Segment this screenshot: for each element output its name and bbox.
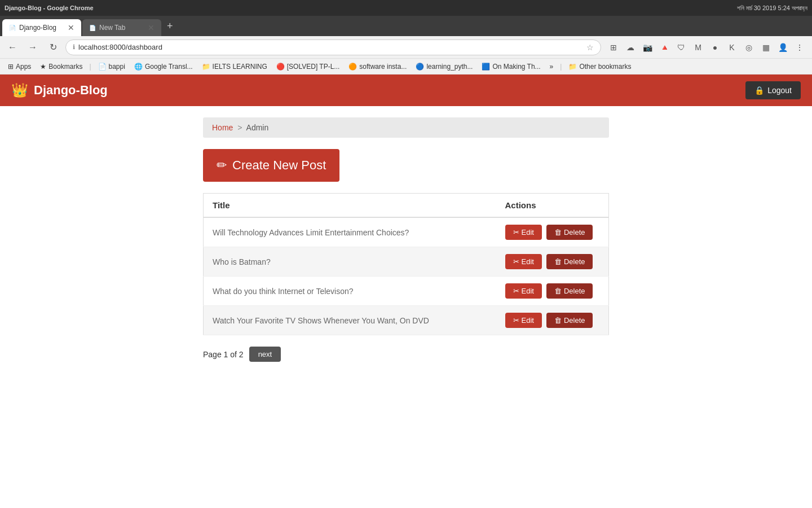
- extension-2[interactable]: ☁: [623, 40, 638, 55]
- edit-button-4[interactable]: ✂ Edit: [505, 313, 542, 328]
- edit-button-2[interactable]: ✂ Edit: [505, 254, 542, 269]
- bookmark-software[interactable]: 🟠 software insta...: [345, 62, 410, 72]
- table-row: Watch Your Favorite TV Shows Whenever Yo…: [204, 306, 609, 335]
- bookmark-making-label: On Making Th...: [492, 63, 540, 71]
- url-input-bar[interactable]: ℹ localhost:8000/dashboard ☆: [65, 40, 601, 55]
- bookmark-solved-label: [SOLVED] TP-L...: [287, 63, 340, 71]
- extension-5[interactable]: 🛡: [673, 40, 689, 55]
- scissors-icon-2: ✂: [513, 257, 519, 266]
- edit-label: Edit: [522, 228, 534, 237]
- bookmark-apps[interactable]: ⊞ Apps: [5, 62, 34, 72]
- bookmark-other[interactable]: 📁 Other bookmarks: [565, 62, 634, 72]
- extension-6[interactable]: ●: [707, 40, 723, 55]
- pencil-icon: ✏: [217, 158, 227, 173]
- trash-icon-4: 🗑: [554, 316, 562, 325]
- tab-new-close-button[interactable]: ✕: [148, 23, 155, 32]
- edit-button-1[interactable]: ✂ Edit: [505, 225, 542, 240]
- tab-new-icon: 📄: [89, 25, 96, 31]
- edit-button-3[interactable]: ✂ Edit: [505, 283, 542, 299]
- extension-9[interactable]: ▦: [758, 40, 774, 55]
- extension-1[interactable]: ⊞: [606, 40, 621, 55]
- more-bookmarks[interactable]: »: [546, 62, 557, 72]
- next-page-button[interactable]: next: [249, 347, 281, 362]
- action-buttons-1: ✂ Edit 🗑 Delete: [505, 225, 600, 240]
- app-navbar: 👑 Django-Blog 🔒 Logout: [0, 75, 812, 106]
- translate-icon: 🌐: [134, 63, 143, 71]
- action-buttons-4: ✂ Edit 🗑 Delete: [505, 313, 600, 328]
- scissors-icon-3: ✂: [513, 287, 519, 295]
- bookmark-star-icon[interactable]: ☆: [586, 43, 594, 52]
- bookmark-bookmarks[interactable]: ★ Bookmarks: [37, 62, 86, 72]
- delete-button-1[interactable]: 🗑 Delete: [546, 225, 593, 240]
- star-icon: ★: [40, 63, 46, 71]
- new-tab-button[interactable]: +: [162, 20, 178, 32]
- delete-button-2[interactable]: 🗑 Delete: [546, 254, 593, 269]
- action-buttons-3: ✂ Edit 🗑 Delete: [505, 283, 600, 299]
- trash-icon: 🗑: [554, 228, 562, 237]
- tab-label: Django-Blog: [19, 24, 56, 32]
- table-row: Who is Batman? ✂ Edit 🗑 Delete: [204, 247, 609, 277]
- logout-label: Logout: [767, 86, 792, 95]
- delete-button-4[interactable]: 🗑 Delete: [546, 313, 593, 328]
- bookmarks-bar: ⊞ Apps ★ Bookmarks | 📄 bappi 🌐 Google Tr…: [0, 59, 812, 75]
- delete-label-2: Delete: [564, 257, 585, 266]
- making-icon: 🟦: [482, 63, 490, 71]
- bookmark-on-making[interactable]: 🟦 On Making Th...: [478, 62, 544, 72]
- separator-2: |: [560, 63, 562, 71]
- bookmark-ielts-label: IELTS LEARNING: [213, 63, 267, 71]
- forward-button[interactable]: →: [25, 40, 41, 55]
- delete-button-3[interactable]: 🗑 Delete: [546, 283, 593, 299]
- bookmark-bookmarks-label: Bookmarks: [48, 63, 82, 71]
- bookmark-learning-label: learning_pyth...: [426, 63, 473, 71]
- extension-4[interactable]: 🔺: [656, 40, 672, 55]
- address-bar: ← → ↻ ℹ localhost:8000/dashboard ☆ ⊞ ☁ 📷…: [0, 36, 812, 59]
- doc-icon: 📄: [98, 63, 107, 71]
- col-title: Title: [204, 194, 496, 218]
- col-actions: Actions: [496, 194, 609, 218]
- logout-button[interactable]: 🔒 Logout: [745, 81, 801, 99]
- software-icon: 🟠: [348, 63, 357, 71]
- table-row: Will Technology Advances Limit Entertain…: [204, 217, 609, 247]
- post-title-1: Will Technology Advances Limit Entertain…: [204, 217, 496, 247]
- create-new-post-button[interactable]: ✏ Create New Post: [203, 149, 339, 182]
- extension-8[interactable]: ◎: [741, 40, 757, 55]
- edit-label-2: Edit: [522, 257, 534, 266]
- post-actions-4: ✂ Edit 🗑 Delete: [496, 306, 609, 335]
- post-title-3: What do you think Internet or Televison?: [204, 277, 496, 306]
- post-title-2: Who is Batman?: [204, 247, 496, 277]
- chrome-menu[interactable]: ⋮: [792, 40, 807, 55]
- bookmark-apps-label: Apps: [16, 63, 31, 71]
- extension-3[interactable]: 📷: [639, 40, 655, 55]
- user-avatar[interactable]: 👤: [775, 40, 791, 55]
- breadcrumb-home-link[interactable]: Home: [212, 123, 233, 132]
- scissors-icon-4: ✂: [513, 316, 519, 325]
- bookmark-learning-python[interactable]: 🔵 learning_pyth...: [412, 62, 476, 72]
- posts-table: Title Actions Will Technology Advances L…: [203, 193, 609, 335]
- delete-label-3: Delete: [564, 287, 585, 295]
- bookmark-bappi[interactable]: 📄 bappi: [95, 62, 129, 72]
- tab-close-button[interactable]: ✕: [68, 23, 74, 32]
- main-content: Home > Admin ✏ Create New Post Title Act…: [0, 106, 812, 373]
- bookmark-google-translate[interactable]: 🌐 Google Transl...: [131, 62, 196, 72]
- scissors-icon: ✂: [513, 228, 519, 237]
- tab-django-blog[interactable]: 📄 Django-Blog ✕: [2, 19, 81, 36]
- trash-icon-3: 🗑: [554, 287, 562, 295]
- back-button[interactable]: ←: [5, 40, 20, 55]
- url-text: localhost:8000/dashboard: [78, 43, 583, 51]
- table-row: What do you think Internet or Televison?…: [204, 277, 609, 306]
- apps-grid-icon: ⊞: [8, 63, 14, 71]
- browser-extension-icons: ⊞ ☁ 📷 🔺 🛡 M ● K ◎ ▦ 👤 ⋮: [606, 40, 807, 55]
- bookmark-ielts[interactable]: 📁 IELTS LEARNING: [198, 62, 271, 72]
- extension-7[interactable]: K: [724, 40, 740, 55]
- more-icon: »: [550, 63, 554, 71]
- bookmark-translate-label: Google Transl...: [145, 63, 193, 71]
- refresh-button[interactable]: ↻: [45, 40, 61, 55]
- tab-bar: 📄 Django-Blog ✕ 📄 New Tab ✕ +: [0, 16, 812, 36]
- extension-gmail[interactable]: M: [690, 40, 706, 55]
- bookmark-solved-tp[interactable]: 🔴 [SOLVED] TP-L...: [273, 62, 343, 72]
- security-icon: ℹ: [73, 43, 75, 51]
- bookmark-bappi-label: bappi: [109, 63, 125, 71]
- tab-page-icon: 📄: [9, 25, 16, 31]
- os-title-bar: Django-Blog - Google Chrome শনি মার্চ 30…: [0, 0, 812, 16]
- tab-new-tab[interactable]: 📄 New Tab ✕: [82, 19, 161, 36]
